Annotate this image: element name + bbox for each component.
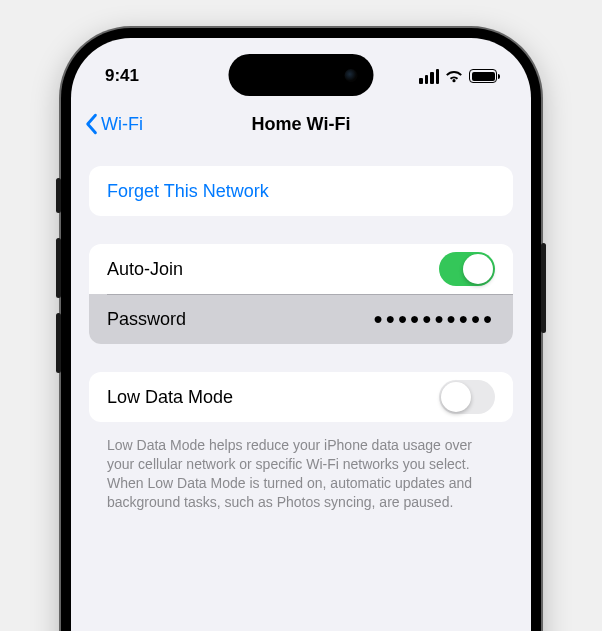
join-group: Auto-Join Password ●●●●●●●●●●: [89, 244, 513, 344]
status-time: 9:41: [105, 66, 139, 86]
low-data-toggle[interactable]: [439, 380, 495, 414]
nav-bar: Wi-Fi Home Wi-Fi: [71, 100, 531, 148]
phone-frame: 9:41 Wi-Fi Home Wi-Fi Forget This Networ…: [61, 28, 541, 631]
auto-join-row: Auto-Join: [89, 244, 513, 294]
volume-down-button: [56, 313, 61, 373]
power-button: [541, 243, 546, 333]
back-label: Wi-Fi: [101, 114, 143, 135]
battery-icon: [469, 69, 497, 83]
page-title: Home Wi-Fi: [252, 114, 351, 135]
auto-join-label: Auto-Join: [107, 259, 183, 280]
password-value: ●●●●●●●●●●: [373, 310, 495, 328]
password-label: Password: [107, 309, 186, 330]
wifi-icon: [445, 70, 463, 83]
forget-network-label: Forget This Network: [107, 181, 269, 202]
volume-up-button: [56, 238, 61, 298]
screen: 9:41 Wi-Fi Home Wi-Fi Forget This Networ…: [71, 38, 531, 631]
silent-switch: [56, 178, 61, 213]
low-data-footer: Low Data Mode helps reduce your iPhone d…: [89, 428, 513, 512]
forget-group: Forget This Network: [89, 166, 513, 216]
password-row[interactable]: Password ●●●●●●●●●●: [89, 294, 513, 344]
back-button[interactable]: Wi-Fi: [83, 113, 143, 135]
low-data-row: Low Data Mode: [89, 372, 513, 422]
chevron-left-icon: [83, 113, 99, 135]
forget-network-button[interactable]: Forget This Network: [89, 166, 513, 216]
front-camera-icon: [345, 69, 358, 82]
dynamic-island: [229, 54, 374, 96]
cellular-signal-icon: [419, 69, 439, 84]
low-data-label: Low Data Mode: [107, 387, 233, 408]
auto-join-toggle[interactable]: [439, 252, 495, 286]
low-data-group: Low Data Mode: [89, 372, 513, 422]
